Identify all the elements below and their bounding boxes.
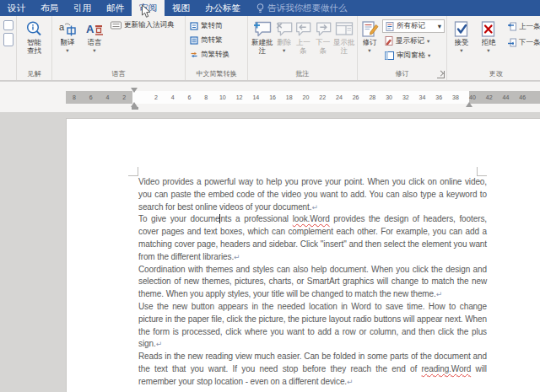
translate-button[interactable]: a 翻译 ▾ [54, 18, 81, 68]
ribbon-group-tracking: 修订 ▾ 所有标记 ▾ 显示标记 [358, 16, 447, 80]
smart-lookup-button[interactable]: 智能 查找 [19, 18, 50, 68]
ruler-number: 2 [154, 94, 158, 101]
track-changes-button[interactable]: 修订 ▾ [359, 18, 380, 68]
tracking-dialog-launcher[interactable] [437, 71, 445, 78]
show-markup-button[interactable]: 显示标记 ▾ [382, 35, 445, 47]
update-ime-dictionary-button[interactable]: 更新输入法词典 [108, 19, 177, 31]
document-page[interactable]: Video provides a powerful way to help yo… [66, 118, 540, 392]
paragraph-mark: ↵ [347, 378, 354, 386]
delete-comment-button[interactable]: 删除 ▾ [275, 18, 294, 68]
show-comments-label: 显示批注 [332, 39, 355, 55]
smart-lookup-icon [25, 19, 43, 39]
left-indent-marker[interactable] [132, 107, 138, 110]
translate-icon: a [58, 19, 77, 39]
svg-text:A: A [86, 23, 94, 35]
accept-label: 接受 [455, 39, 469, 47]
ruler-number: 30 [386, 94, 392, 101]
ribbon-group-partial [0, 16, 17, 80]
first-line-indent-marker[interactable] [131, 88, 138, 93]
show-comments-button[interactable]: 显示批注 [332, 18, 355, 68]
text-run: nts a professional [220, 214, 292, 223]
text-block[interactable]: Video provides a powerful way to help yo… [138, 176, 487, 389]
display-for-review-dropdown[interactable]: 所有标记 ▾ [382, 19, 445, 33]
partial-icon [3, 33, 14, 46]
language-label: 语言 [88, 39, 102, 47]
svg-text:a: a [59, 22, 65, 32]
partial-icon [3, 20, 14, 30]
paragraph[interactable]: Reads in the new reading view much easie… [138, 351, 487, 388]
reviewing-pane-icon [385, 51, 394, 60]
misspelled-word: look.Word [293, 214, 330, 223]
paragraph-mark: ↵ [311, 203, 318, 212]
delete-comment-icon [275, 19, 294, 39]
ruler-number: 8 [204, 94, 208, 101]
document-area: Video provides a powerful way to help yo… [0, 112, 540, 392]
simp-trad-convert-button[interactable]: 简繁转换 [187, 48, 232, 61]
track-changes-label: 修订 [363, 39, 377, 47]
word-app-window: 设计 布局 引用 邮件 审阅 视图 办公标签 告诉我你想要做什么 [0, 0, 540, 392]
track-changes-icon [360, 19, 379, 39]
ruler-number: 40 [469, 94, 476, 101]
trad-to-simp-button[interactable]: 繁转简 [187, 19, 225, 32]
tab-mailings[interactable]: 邮件 [99, 0, 132, 16]
ruler-number: 38 [452, 94, 459, 101]
paragraph[interactable]: To give your documents a professional lo… [138, 213, 487, 263]
right-indent-marker[interactable] [466, 102, 472, 107]
ruler-number: 26 [353, 94, 359, 101]
lightbulb-icon [256, 3, 264, 13]
tell-me-label: 告诉我你想要做什么 [267, 3, 348, 14]
chevron-down-icon: ▾ [460, 48, 462, 53]
reviewing-pane-label: 审阅窗格 [397, 51, 425, 61]
paragraph[interactable]: Use the new button appears in the needed… [138, 301, 487, 351]
new-comment-label: 新建批注 [250, 39, 275, 55]
ribbon-group-comments: 新建批注 删除 ▾ 上一条 [248, 16, 358, 80]
accept-button[interactable]: 接受 ▾ [449, 18, 474, 68]
tab-design[interactable]: 设计 [0, 0, 33, 16]
chevron-down-icon: ▾ [368, 48, 370, 53]
ruler-number: 4 [171, 94, 175, 101]
delete-comment-label: 删除 [277, 39, 291, 47]
next-comment-icon [314, 19, 332, 39]
reject-button[interactable]: 拒绝 ▾ [476, 18, 501, 68]
group-label-chinese-conversion: 中文简繁转换 [186, 69, 247, 80]
tell-me-search[interactable]: 告诉我你想要做什么 [248, 0, 356, 16]
new-comment-button[interactable]: 新建批注 [250, 18, 275, 68]
tab-office-tab[interactable]: 办公标签 [197, 0, 248, 16]
text-boundary-mark-top-left [128, 167, 138, 176]
tab-view[interactable]: 视图 [165, 0, 197, 16]
previous-change-button[interactable]: 上一条 [503, 20, 540, 33]
reject-label: 拒绝 [482, 39, 496, 47]
trad-to-simp-icon [190, 22, 198, 30]
ruler-number: 20 [303, 94, 310, 101]
text-run: To give your docume [138, 214, 219, 223]
language-button[interactable]: A 语言 ▾ [81, 18, 108, 68]
language-icon: A [85, 19, 104, 39]
ruler-number: 6 [187, 94, 191, 101]
new-comment-icon [252, 19, 273, 39]
chevron-down-icon: ▾ [93, 48, 95, 53]
chevron-down-icon: ▾ [428, 52, 430, 59]
ruler-number: 46 [519, 94, 526, 101]
paragraph-mark: ↵ [436, 290, 443, 298]
paragraph-mark: ↵ [156, 340, 163, 348]
tab-references[interactable]: 引用 [66, 0, 99, 16]
paragraph[interactable]: Video provides a powerful way to help yo… [138, 176, 487, 213]
accept-icon [452, 19, 471, 39]
group-label-insights: 见解 [17, 69, 51, 80]
next-comment-button[interactable]: 下一条 [313, 18, 332, 68]
next-change-button[interactable]: 下一条 [503, 36, 540, 49]
chevron-down-icon: ▾ [283, 48, 285, 53]
previous-comment-button[interactable]: 上一条 [294, 18, 313, 68]
simp-trad-convert-label: 简繁转换 [201, 50, 230, 60]
previous-comment-icon [294, 19, 312, 39]
tab-label: 视图 [172, 3, 190, 14]
horizontal-ruler[interactable]: 8642246810121416182022242628303234363840… [66, 91, 540, 104]
all-markup-icon [386, 22, 394, 31]
reviewing-pane-button[interactable]: 审阅窗格 ▾ [382, 49, 445, 62]
simp-to-trad-button[interactable]: 简转繁 [187, 34, 225, 46]
tab-layout[interactable]: 布局 [33, 0, 66, 16]
previous-comment-label: 上一条 [294, 39, 313, 55]
paragraph[interactable]: Coordination with themes and styles can … [138, 264, 487, 301]
smart-lookup-label: 智能 查找 [27, 39, 41, 55]
ribbon-group-language: a 翻译 ▾ A 语言 ▾ 更 [52, 16, 186, 80]
